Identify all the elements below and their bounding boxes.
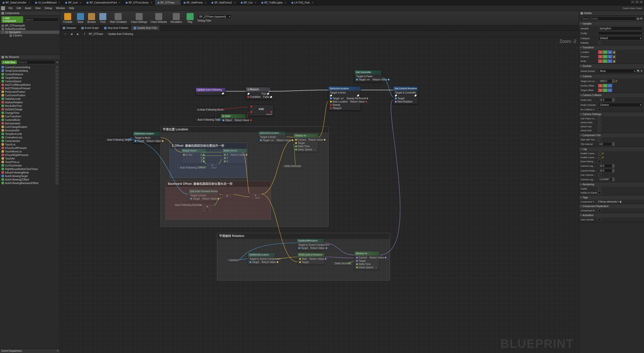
comment-backward[interactable]: Backward Offset: 摄像机跟踪目标位置向后一些 [166,181,271,187]
graph-tab-updateauto[interactable]: Update Auto Follo [131,26,160,30]
section-sockets[interactable]: Sockets [579,64,644,68]
variable-badge[interactable] [55,143,58,146]
section-rendering[interactable]: Rendering [579,182,644,187]
variable-badge[interactable] [55,122,58,125]
auto-activate-checkbox[interactable] [598,218,601,221]
target-arm-input[interactable] [598,79,612,83]
variable-badge[interactable] [55,111,58,114]
variable-badge[interactable] [55,66,58,69]
comment-location[interactable]: 平滑位置 Location [161,127,328,132]
use-cam-lag-checkbox[interactable] [598,173,601,176]
variable-item[interactable]: CameraIndex [1,139,59,143]
variable-badge[interactable] [55,157,58,160]
variable-badge[interactable] [55,104,58,107]
tab-2[interactable]: BP_Icon× [63,0,84,5]
variable-badge[interactable] [55,132,58,135]
parent-class-label[interactable]: Parent class: Pawn [621,7,644,10]
parent-socket-combo[interactable]: None [598,69,636,73]
breadcrumb-fn[interactable]: Update Auto Following [108,33,133,35]
variable-badge[interactable] [55,73,58,76]
node-get-controller[interactable]: Get ControllerTarget is PawnTarget selfR… [354,70,382,82]
draw-debug-checkbox[interactable] [598,160,601,163]
menu-edit[interactable]: Edit [15,6,23,10]
do-collision-checkbox[interactable] [598,108,601,111]
minimize-button[interactable]: – [631,1,634,4]
tab-0[interactable]: BP_DataController× [0,0,33,5]
graph-tab-stopauto[interactable]: Stop Auto Followin [102,26,131,30]
variable-badge[interactable] [55,174,58,178]
debug-object-combo[interactable]: BP_DTPawn (spawned) [198,15,231,19]
node-is-auto-mode[interactable]: Is Auto Following Mode [194,108,227,112]
component-item[interactable]: SpringArm [1,31,59,34]
node-branch[interactable]: ⊃ BranchTrueConditionFalse [246,87,271,99]
variable-item[interactable]: CmeraArmLerp [1,136,59,139]
socket-search-icon[interactable]: 🔍 [637,70,640,72]
browse-button[interactable]: Browse [87,13,96,24]
graph-tab-eventgraph[interactable]: Event Graph [79,26,102,30]
variable-badge[interactable] [55,97,58,100]
graph-tab-viewport[interactable]: Viewport [60,26,79,30]
menu-help[interactable]: Help [67,6,76,10]
use-pawn-checkbox[interactable] [598,117,601,120]
tab-3[interactable]: BP_CameraAnchorPoint× [84,0,123,5]
variable-item[interactable]: AutoFollowingZOffset [1,178,59,181]
search-options-icon[interactable]: ⚙ [56,61,58,64]
target-offset-xyz[interactable]: XYZ [598,89,612,92]
variable-badge[interactable] [55,83,58,86]
variable-item[interactable]: CameraSpeed [1,79,59,83]
section-camera-collision[interactable]: Camera Collision [579,93,644,97]
variable-badge[interactable] [55,108,58,111]
menu-debug[interactable]: Debug [43,6,54,10]
reset-icon[interactable]: ↺ [615,80,617,82]
simulation-button[interactable]: Simulation [170,13,183,24]
variable-item[interactable]: TargetDistance [1,76,59,79]
variable-badge[interactable] [55,160,58,163]
comment-rotation[interactable]: 平滑旋转 Rotation [217,233,390,239]
variable-badge[interactable] [55,150,58,153]
hidden-checkbox[interactable] [598,191,601,194]
class-settings-button[interactable]: Class Settings [131,13,148,24]
section-camera-settings[interactable]: Camera Settings [579,112,644,116]
inherit-roll-checkbox[interactable] [598,129,601,132]
variable-item[interactable]: ExcessiveDir [1,129,59,132]
variable-item[interactable]: bIsAutoRotation [1,101,59,104]
variable-item[interactable]: TempArmLenth [1,132,59,136]
variable-badge[interactable] [55,164,58,167]
component-item[interactable]: Camera [1,34,59,37]
variable-badge[interactable] [55,101,58,104]
variable-badge[interactable] [55,115,58,118]
variable-badge[interactable] [55,76,58,79]
location-xyz[interactable]: XYZ🔒 [598,50,616,54]
breadcrumb-fav-icon[interactable]: ☆ [63,32,67,36]
variable-item[interactable]: CurTouchIndex [1,164,59,167]
variable-badge[interactable] [55,153,58,156]
variable-item[interactable]: RecAuRotTime [1,104,59,108]
variable-item[interactable]: TouchArr [1,157,59,160]
node-isvalid[interactable]: Is ValidObjectReturn Value [221,114,246,123]
compile-button[interactable]: Compile [63,13,73,24]
save-button[interactable]: Save [76,13,85,24]
variable-item[interactable]: DeltaSeconds [1,97,59,101]
variable-item[interactable]: CurrChangeRoation [1,125,59,129]
variable-item[interactable]: CameraMode [1,118,59,122]
variable-badge[interactable] [55,94,58,97]
event-dispatchers-header[interactable]: Event Dispatchers+ [0,348,60,353]
tab-10[interactable]: L4-THQ_Park× [289,0,316,5]
variable-item[interactable]: TouchMoveLoc [1,150,59,153]
variable-item[interactable]: bTouchRightPressed [1,153,59,157]
editable-checkbox[interactable] [598,41,601,44]
tab-6[interactable]: BP_AddPoints× [181,0,209,5]
variable-badge[interactable] [55,125,58,128]
visible-checkbox[interactable] [598,187,601,190]
variable-badge[interactable] [55,171,58,174]
variable-item[interactable]: bIsDTRotationPressed [1,86,59,90]
graph-canvas[interactable]: Zoom -2 BLUEPRINT 平滑位置 Location Z Offset… [60,37,579,353]
tab-9[interactable]: BP_TrafficLights× [259,0,289,5]
breadcrumb-back[interactable]: ◀ [69,32,74,36]
tooltip-input[interactable] [598,31,642,35]
close-button[interactable]: × [639,1,643,4]
node-set-control-rot[interactable]: Set Control RotationTarget is Controller… [393,86,418,104]
variable-item[interactable]: RightMouseButtonClickTimes [1,167,59,171]
section-transform[interactable]: Transform [579,45,644,50]
variable-badge[interactable] [55,129,58,132]
